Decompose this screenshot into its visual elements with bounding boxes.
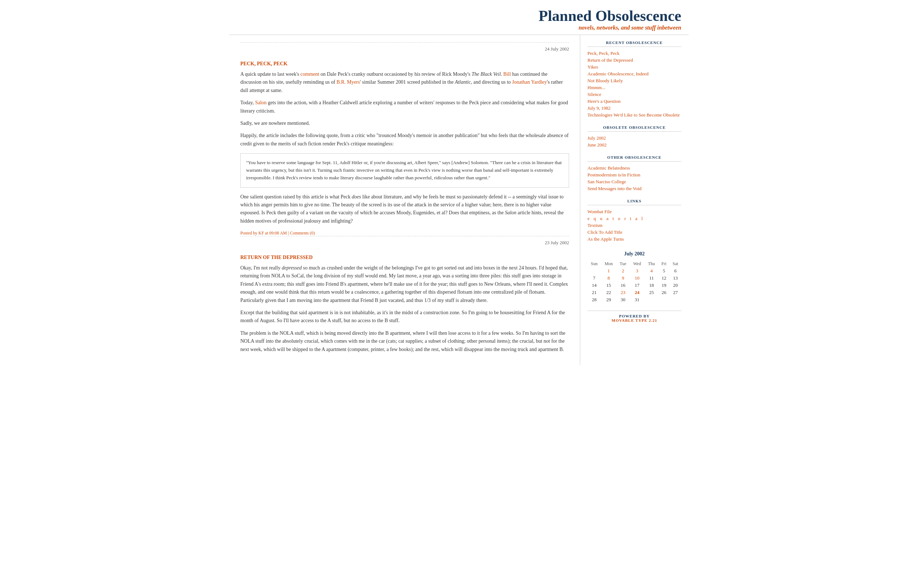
list-item: Click To Add Title (587, 229, 681, 235)
recent-links-list: Peck, Peck, Peck Return of the Depressed… (587, 50, 681, 118)
cal-day-link[interactable]: 4 (650, 268, 653, 273)
cal-cell: 24 (630, 289, 645, 296)
post-1-footer-link[interactable]: Posted by KF at 09:08 AM | Comments (0) (240, 231, 315, 236)
list-item: San Narciso College (587, 179, 681, 185)
recent-link-4[interactable]: Academic Obsolescence, Indeed (587, 71, 648, 76)
recent-link-10[interactable]: Technologies We'd Like to See Become Obs… (587, 112, 680, 118)
recent-link-6[interactable]: Hmmm... (587, 85, 605, 90)
comment-link[interactable]: comment (301, 71, 319, 77)
cal-day-link[interactable]: 8 (607, 275, 610, 281)
site-title: Planned Obsolescence (237, 7, 681, 24)
cal-day-link[interactable]: 1 (607, 268, 610, 273)
list-item: Silence (587, 92, 681, 97)
cal-header-thu: Thu (645, 260, 658, 267)
cal-day-link[interactable]: 2 (622, 268, 624, 273)
calendar-row: 14 15 16 17 18 19 20 (587, 282, 681, 289)
cal-cell: 6 (669, 267, 681, 275)
cal-header-wed: Wed (630, 260, 645, 267)
cal-day-link[interactable]: 10 (635, 275, 639, 281)
cal-cell: 28 (587, 296, 601, 304)
links-list: Wombat File e q u a t o r i a l Textism … (587, 209, 681, 242)
cal-cell: 19 (659, 282, 670, 289)
cal-cell (587, 267, 601, 275)
obsolete-links-list: July 2002 June 2002 (587, 135, 681, 148)
recent-link-5[interactable]: Not Bloody Likely (587, 78, 623, 83)
links-section: LINKS Wombat File e q u a t o r i a l Te… (587, 199, 681, 242)
cal-cell: 9 (616, 275, 630, 282)
cal-cell: 15 (601, 282, 616, 289)
list-item: Send Messages into the Void (587, 186, 681, 192)
post-1: 24 July 2002 PECK, PECK, PECK A quick up… (240, 42, 569, 236)
list-item: Wombat File (587, 209, 681, 215)
cal-cell: 23 (616, 289, 630, 296)
list-item: Here's a Question (587, 99, 681, 104)
list-item: Hmmm... (587, 85, 681, 90)
bill-link[interactable]: Bill (503, 71, 511, 77)
cal-cell: 31 (630, 296, 645, 304)
other-link-3[interactable]: San Narciso College (587, 179, 626, 184)
post-2-p2: Except that the building that said apart… (240, 309, 569, 325)
post-1-title-link[interactable]: PECK, PECK, PECK (240, 61, 288, 66)
list-item: Not Bloody Likely (587, 78, 681, 84)
list-item: Postmodernism is/in Fiction (587, 172, 681, 178)
cal-header-sat: Sat (669, 260, 681, 267)
powered-by-label: POWERED BY (587, 314, 681, 318)
recent-link-9[interactable]: July 9, 1982 (587, 105, 611, 111)
calendar-row: 21 22 23 24 25 26 27 (587, 289, 681, 296)
cal-cell: 3 (630, 267, 645, 275)
cal-cell: 18 (645, 282, 658, 289)
obsolete-obsolescence-section: OBSOLETE OBSOLESCENCE July 2002 June 200… (587, 125, 681, 148)
cal-cell: 17 (630, 282, 645, 289)
cal-day-link[interactable]: 9 (622, 275, 624, 281)
cal-cell: 26 (659, 289, 670, 296)
other-link-4[interactable]: Send Messages into the Void (587, 186, 642, 191)
link-wombat[interactable]: Wombat File (587, 209, 612, 214)
link-textism[interactable]: Textism (587, 223, 603, 228)
post-2-title: RETURN OF THE DEPRESSED (240, 255, 569, 260)
cal-cell: 20 (669, 282, 681, 289)
cal-cell: 1 (601, 267, 616, 275)
salon-link[interactable]: Salon (255, 100, 267, 105)
cal-day-link[interactable]: 23 (621, 290, 625, 295)
calendar-table: Sun Mon Tue Wed Thu Fri Sat 1 (587, 260, 681, 304)
cal-day-link[interactable]: 3 (636, 268, 638, 273)
post-2-title-link[interactable]: RETURN OF THE DEPRESSED (240, 255, 312, 260)
recent-link-3[interactable]: Yikes (587, 64, 598, 69)
calendar-row: 28 29 30 31 (587, 296, 681, 304)
cal-cell: 25 (645, 289, 658, 296)
obsolete-link-2[interactable]: June 2002 (587, 142, 606, 147)
cal-header-sun: Sun (587, 260, 601, 267)
cal-cell: 30 (616, 296, 630, 304)
cal-cell: 13 (669, 275, 681, 282)
recent-obsolescence-section: RECENT OBSOLESCENCE Peck, Peck, Peck Ret… (587, 40, 681, 118)
jonathan-yardley-link[interactable]: Jonathan Yardley (512, 79, 547, 85)
cal-cell: 2 (616, 267, 630, 275)
br-myers-link[interactable]: B.R. Myers (336, 79, 360, 85)
cal-cell: 27 (669, 289, 681, 296)
link-equatorial[interactable]: e q u a t o r i a l (587, 216, 644, 221)
recent-link-1[interactable]: Peck, Peck, Peck (587, 50, 620, 56)
link-apple-turns[interactable]: As the Apple Turns (587, 236, 624, 242)
link-click-to-add[interactable]: Click To Add Title (587, 229, 622, 235)
list-item: e q u a t o r i a l (587, 216, 681, 221)
recent-link-2[interactable]: Return of the Depressed (587, 57, 633, 63)
site-header: Planned Obsolescence novels, networks, a… (230, 0, 688, 35)
recent-link-7[interactable]: Silence (587, 92, 601, 97)
list-item: July 9, 1982 (587, 105, 681, 111)
list-item: Technologies We'd Like to See Become Obs… (587, 112, 681, 118)
recent-link-8[interactable]: Here's a Question (587, 99, 621, 104)
post-1-date: 24 July 2002 (240, 42, 569, 55)
other-obsolescence-title: OTHER OBSOLESCENCE (587, 155, 681, 162)
other-link-2[interactable]: Postmodernism is/in Fiction (587, 172, 640, 178)
cal-cell: 8 (601, 275, 616, 282)
other-obsolescence-section: OTHER OBSOLESCENCE Academic Belatedness … (587, 155, 681, 192)
post-1-p4: Happily, the article includes the follow… (240, 132, 569, 148)
obsolete-link-1[interactable]: July 2002 (587, 135, 606, 141)
cal-header-mon: Mon (601, 260, 616, 267)
list-item: As the Apple Turns (587, 236, 681, 242)
other-link-1[interactable]: Academic Belatedness (587, 165, 630, 171)
post-2: 23 July 2002 RETURN OF THE DEPRESSED Oka… (240, 236, 569, 354)
post-1-p5: One salient question raised by this arti… (240, 193, 569, 225)
cal-cell: 22 (601, 289, 616, 296)
cal-cell: 16 (616, 282, 630, 289)
